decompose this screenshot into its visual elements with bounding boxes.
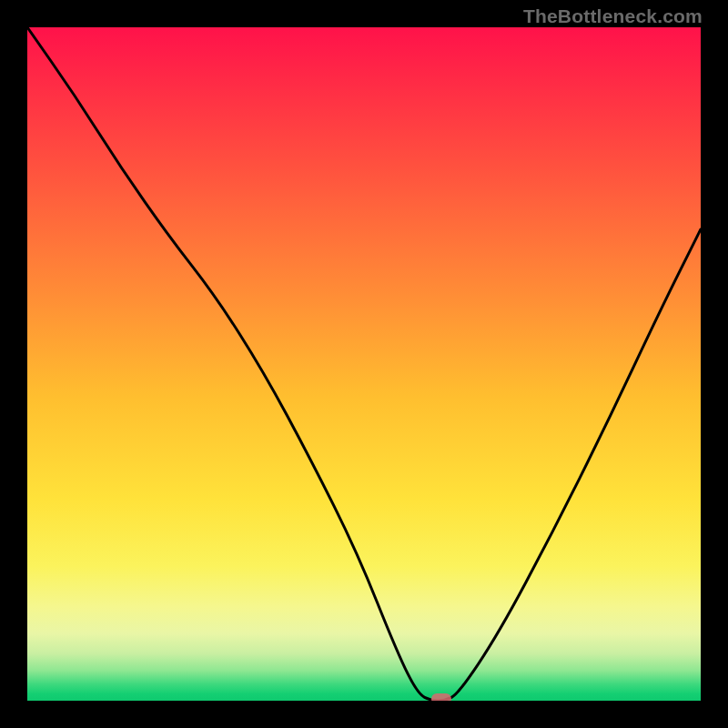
plot-area xyxy=(27,27,701,701)
chart-frame: TheBottleneck.com xyxy=(0,0,728,728)
bottleneck-curve xyxy=(27,27,701,701)
optimal-point-marker xyxy=(431,693,451,701)
watermark-text: TheBottleneck.com xyxy=(523,5,703,27)
